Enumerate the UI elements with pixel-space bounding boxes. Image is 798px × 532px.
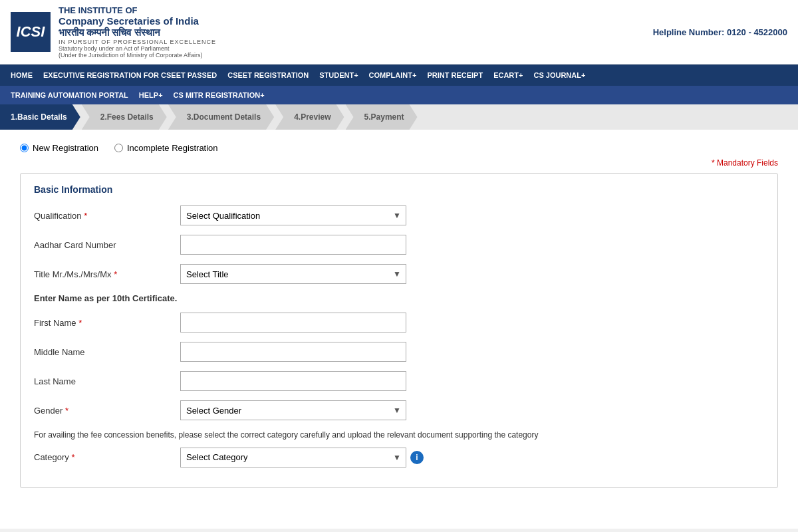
nav-cseet-reg[interactable]: CSEET REGISTRATION	[222, 65, 314, 86]
title-label: Title Mr./Ms./Mrs/Mx *	[34, 269, 180, 279]
last-name-row: Last Name	[34, 371, 764, 391]
step-document-details[interactable]: 3.Document Details	[168, 104, 274, 130]
last-name-input[interactable]	[180, 371, 406, 391]
new-registration-option[interactable]: New Registration	[20, 143, 98, 153]
new-registration-radio[interactable]	[20, 144, 29, 152]
org-sub2: Statutory body under an Act of Parliamen…	[59, 45, 216, 52]
basic-information-section: Basic Information Qualification * Select…	[20, 173, 778, 488]
logo-section: ICSI THE INSTITUTE OF Company Secretarie…	[11, 5, 216, 59]
nav-home[interactable]: HOME	[5, 65, 38, 86]
step-fees-details[interactable]: 2.Fees Details	[82, 104, 167, 130]
qualification-label: Qualification *	[34, 211, 180, 221]
org-hindi: भारतीय कम्पनी सचिव संस्थान	[59, 27, 216, 39]
last-name-label: Last Name	[34, 376, 180, 386]
step-payment[interactable]: 5.Payment	[346, 104, 418, 130]
nav-print-receipt[interactable]: PRINT RECEIPT	[422, 65, 488, 86]
org-sub3: (Under the Jurisdiction of Ministry of C…	[59, 52, 216, 59]
category-info-icon[interactable]: i	[410, 451, 424, 464]
middle-name-input[interactable]	[180, 342, 406, 362]
middle-name-label: Middle Name	[34, 347, 180, 357]
org-logo: ICSI	[11, 12, 51, 52]
category-required-marker: *	[71, 452, 74, 462]
helpline-label: Helpline Number:	[653, 27, 725, 37]
first-name-required-marker: *	[78, 318, 82, 328]
first-name-label: First Name *	[34, 318, 180, 328]
incomplete-registration-option[interactable]: Incomplete Registration	[114, 143, 218, 153]
nav-help[interactable]: HELP+	[134, 86, 168, 104]
title-select[interactable]: Select Title	[180, 264, 406, 284]
nav-training-portal[interactable]: TRAINING AUTOMATION PORTAL	[5, 86, 134, 104]
fee-concession-notice: For availing the fee concession benefits…	[34, 430, 764, 441]
title-required-marker: *	[114, 269, 117, 279]
qualification-required-marker: *	[84, 211, 87, 221]
gender-row: Gender * Select Gender ▼	[34, 400, 764, 420]
incomplete-registration-label: Incomplete Registration	[127, 143, 218, 153]
category-select[interactable]: Select Category	[180, 448, 406, 467]
org-sub1: IN PURSUIT OF PROFESSIONAL EXCELLENCE	[59, 39, 216, 45]
main-content: New Registration Incomplete Registration…	[0, 130, 798, 529]
qualification-select-wrapper: Select Qualification ▼	[180, 205, 406, 225]
first-name-input[interactable]	[180, 313, 406, 332]
registration-type-group: New Registration Incomplete Registration	[20, 143, 778, 153]
gender-select-wrapper: Select Gender ▼	[180, 400, 406, 420]
qualification-row: Qualification * Select Qualification ▼	[34, 205, 764, 225]
category-row: Category * Select Category ▼ i	[34, 448, 764, 467]
gender-label: Gender *	[34, 406, 180, 416]
org-name-line1: THE INSTITUTE OF	[59, 5, 216, 15]
org-info: THE INSTITUTE OF Company Secretaries of …	[59, 5, 216, 59]
nav-cs-journal[interactable]: CS JOURNAL+	[528, 65, 591, 86]
nav-exec-reg[interactable]: EXECUTIVE REGISTRATION FOR CSEET PASSED	[38, 65, 222, 86]
primary-nav: HOME EXECUTIVE REGISTRATION FOR CSEET PA…	[0, 65, 798, 86]
nav-cs-mitr[interactable]: CS MITR REGISTRATION+	[168, 86, 270, 104]
site-header: ICSI THE INSTITUTE OF Company Secretarie…	[0, 0, 798, 65]
helpline-info: Helpline Number: 0120 - 4522000	[653, 27, 787, 37]
steps-bar: 1.Basic Details 2.Fees Details 3.Documen…	[0, 104, 798, 130]
secondary-nav: TRAINING AUTOMATION PORTAL HELP+ CS MITR…	[0, 86, 798, 104]
aadhar-label: Aadhar Card Number	[34, 240, 180, 250]
qualification-select[interactable]: Select Qualification	[180, 205, 406, 225]
title-row: Title Mr./Ms./Mrs/Mx * Select Title ▼	[34, 264, 764, 284]
section-title-basic-info: Basic Information	[34, 184, 764, 195]
mandatory-fields-note: * Mandatory Fields	[20, 158, 778, 168]
nav-ecart[interactable]: ECART+	[488, 65, 528, 86]
gender-select[interactable]: Select Gender	[180, 400, 406, 420]
aadhar-input[interactable]	[180, 235, 406, 255]
helpline-number: 0120 - 4522000	[727, 27, 787, 37]
aadhar-row: Aadhar Card Number	[34, 235, 764, 255]
category-label: Category *	[34, 452, 180, 462]
gender-required-marker: *	[65, 406, 68, 416]
first-name-row: First Name *	[34, 313, 764, 332]
incomplete-registration-radio[interactable]	[114, 144, 123, 152]
org-name-line2: Company Secretaries of India	[59, 15, 216, 27]
step-basic-details[interactable]: 1.Basic Details	[0, 104, 80, 130]
name-notice: Enter Name as per 10th Certificate.	[34, 293, 764, 303]
middle-name-row: Middle Name	[34, 342, 764, 362]
nav-complaint[interactable]: COMPLAINT+	[364, 65, 422, 86]
category-select-wrapper: Select Category ▼	[180, 448, 406, 467]
title-select-wrapper: Select Title ▼	[180, 264, 406, 284]
new-registration-label: New Registration	[33, 143, 98, 153]
step-preview[interactable]: 4.Preview	[275, 104, 344, 130]
nav-student[interactable]: STUDENT+	[314, 65, 363, 86]
